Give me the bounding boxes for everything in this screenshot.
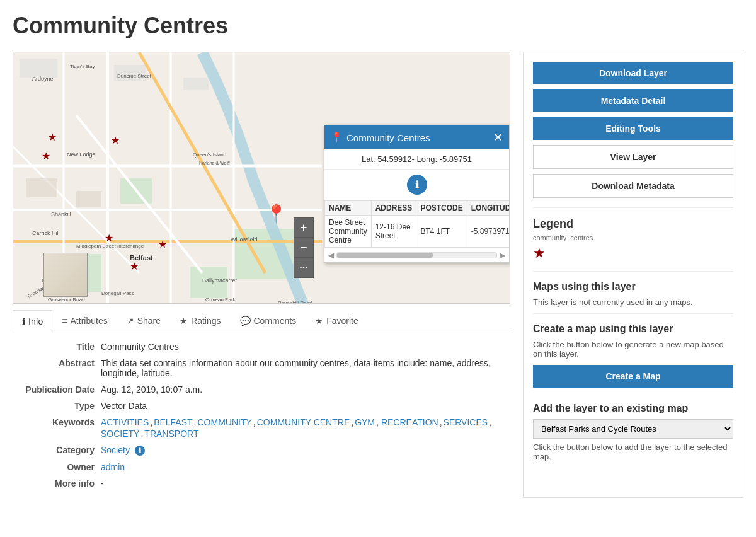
tab-info[interactable]: ℹ Info [13,310,52,332]
keyword-activities[interactable]: ACTIVITIES [101,417,149,427]
tabs-bar: ℹ Info ≡ Attributes ↗ Share ★ Ratings 💬 [13,310,510,332]
keyword-services[interactable]: SERVICES [444,417,488,427]
owner-link[interactable]: admin [101,462,125,472]
owner-row: Owner admin [13,462,510,472]
legend-sublabel: community_centres [533,234,733,241]
popup-title: Community Centres [346,132,430,143]
existing-map-select[interactable]: Belfast Parks and Cycle Routes [533,419,733,439]
minimap [43,253,88,297]
more-info-label: More info [13,478,101,488]
popup-table-wrap: NAME ADDRESS POSTCODE LONGITUDE Dee Stre… [324,200,509,248]
comments-tab-label: Comments [254,316,297,326]
keyword-gym[interactable]: GYM [355,417,375,427]
scroll-track[interactable] [336,252,497,258]
popup-scrollbar[interactable]: ◀ ▶ [324,248,509,262]
keywords-value: ACTIVITIES , BELFAST , COMMUNITY , COMMU… [101,417,510,439]
create-map-button[interactable]: Create a Map [533,365,733,388]
pubdate-value: Aug. 12, 2019, 10:07 a.m. [101,384,510,395]
maps-section-title: Maps using this layer [533,271,733,292]
more-options-button[interactable]: ··· [294,258,314,278]
cell-longitude: -5.8973971008 [467,216,509,248]
share-tab-label: Share [137,316,161,326]
info-panel: Title Community Centres Abstract This da… [13,332,510,498]
keyword-community-centre[interactable]: COMMUNITY CENTRE [257,417,350,427]
page-title: Community Centres [13,13,743,39]
map-controls[interactable]: + − ··· [294,217,314,278]
pubdate-row: Publication Date Aug. 12, 2019, 10:07 a.… [13,384,510,395]
download-metadata-button[interactable]: Download Metadata [533,174,733,198]
category-value: Society ℹ [101,445,510,456]
popup-close-button[interactable]: ✕ [493,130,503,144]
svg-rect-18 [26,178,57,197]
more-info-row: More info - [13,478,510,488]
type-label: Type [13,401,101,411]
map-container[interactable]: Ardoyne Tiger's Bay Duncrue Street New L… [13,52,510,304]
keyword-society[interactable]: SOCIETY [101,429,139,439]
legend-title: Legend [533,217,733,231]
scroll-thumb[interactable] [337,253,433,258]
view-layer-button[interactable]: View Layer [533,145,733,169]
tab-comments[interactable]: 💬 Comments [231,310,306,332]
editing-tools-button[interactable]: Editing Tools [533,117,733,140]
legend-symbol: ★ [533,245,733,262]
abstract-row: Abstract This data set contains informat… [13,358,510,378]
zoom-in-button[interactable]: + [294,217,314,238]
svg-text:Donegall Pass: Donegall Pass [101,291,134,296]
ratings-tab-icon: ★ [180,316,188,326]
title-row: Title Community Centres [13,342,510,352]
info-tab-label: Info [28,316,43,326]
svg-text:Ballymacarret: Ballymacarret [202,277,238,284]
share-tab-icon: ↗ [127,316,134,326]
attributes-tab-icon: ≡ [62,316,67,326]
keyword-belfast[interactable]: BELFAST [154,417,192,427]
tab-share[interactable]: ↗ Share [117,310,170,332]
favorite-tab-label: Favorite [326,316,358,326]
svg-rect-15 [20,59,57,78]
type-value: Vector Data [101,401,510,411]
location-pin: 📍 [265,204,287,224]
category-row: Category Society ℹ [13,445,510,456]
create-map-section-text: Click the button below to generate a new… [533,340,733,359]
info-tab-icon: ℹ [22,316,25,326]
title-label: Title [13,342,101,352]
tab-favorite[interactable]: ★ Favorite [306,310,368,332]
svg-text:Ormeau Park: Ormeau Park [205,297,236,303]
svg-text:Willowfield: Willowfield [231,236,258,243]
svg-text:Grosvenor Road: Grosvenor Road [48,297,85,303]
download-layer-button[interactable]: Download Layer [533,62,733,84]
map-marker-6: ★ [130,260,139,272]
tab-attributes[interactable]: ≡ Attributes [52,310,117,332]
ratings-tab-label: Ratings [191,316,220,326]
svg-text:Queen's Island: Queen's Island [193,152,226,158]
map-marker-3: ★ [111,134,120,146]
svg-text:Ardoyne: Ardoyne [32,76,54,82]
create-map-section-title: Create a map using this layer [533,313,733,335]
scroll-left-arrow[interactable]: ◀ [328,251,334,260]
popup-info-button[interactable]: ℹ [407,175,427,195]
title-value: Community Centres [101,342,510,352]
col-address: ADDRESS [371,201,416,216]
favorite-tab-icon: ★ [315,316,323,326]
abstract-value: This data set contains information about… [101,358,510,378]
col-name: NAME [325,201,372,216]
metadata-detail-button[interactable]: Metadata Detail [533,90,733,112]
cell-address: 12-16 Dee Street [371,216,416,248]
keywords-row: Keywords ACTIVITIES , BELFAST , COMMUNIT… [13,417,510,439]
keyword-recreation[interactable]: RECREATION [381,417,438,427]
category-link[interactable]: Society [101,445,130,455]
tab-ratings[interactable]: ★ Ratings [170,310,230,332]
popup-coords: Lat: 54.59912- Long: -5.89751 [324,149,509,170]
svg-rect-17 [183,78,209,90]
popup-header: 📍 Community Centres ✕ [324,125,509,149]
keyword-community[interactable]: COMMUNITY [197,417,251,427]
add-to-map-section-title: Add the layer to an existing map [533,393,733,414]
map-marker-1: ★ [48,131,57,143]
category-info-icon[interactable]: ℹ [135,446,145,456]
col-longitude: LONGITUDE [467,201,509,216]
zoom-out-button[interactable]: − [294,238,314,258]
abstract-label: Abstract [13,358,101,378]
scroll-right-arrow[interactable]: ▶ [500,251,505,260]
keyword-transport[interactable]: TRANSPORT [144,429,198,439]
comments-tab-icon: 💬 [240,316,251,326]
legend-section: Legend community_centres ★ [533,207,733,262]
